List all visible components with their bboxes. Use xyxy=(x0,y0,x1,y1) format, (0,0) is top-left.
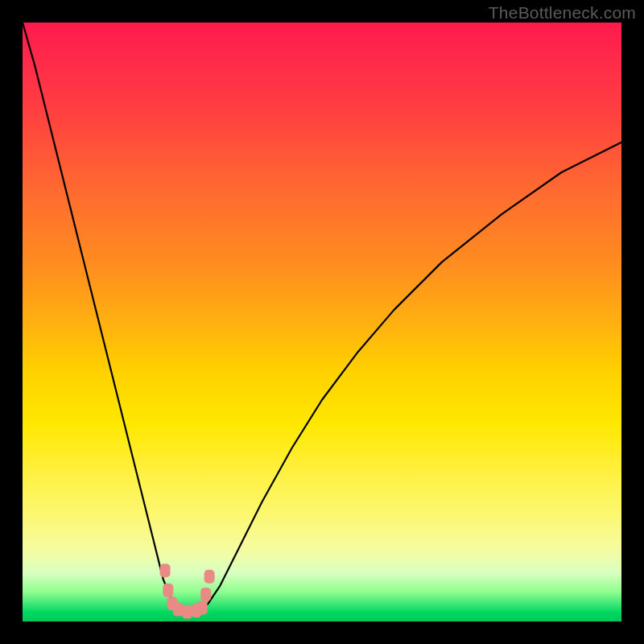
chart-frame: TheBottleneck.com xyxy=(0,0,644,644)
curve-marker-4 xyxy=(182,605,192,619)
curve-marker-1 xyxy=(163,584,173,597)
curve-marker-6 xyxy=(197,601,208,614)
curve-marker-3 xyxy=(173,603,184,617)
curve-layer xyxy=(23,23,621,621)
watermark-text: TheBottleneck.com xyxy=(489,3,636,23)
curve-marker-7 xyxy=(200,588,211,601)
bottleneck-curve xyxy=(23,23,621,613)
plot-area xyxy=(23,23,621,621)
curve-marker-8 xyxy=(204,570,215,584)
curve-marker-0 xyxy=(160,564,171,577)
